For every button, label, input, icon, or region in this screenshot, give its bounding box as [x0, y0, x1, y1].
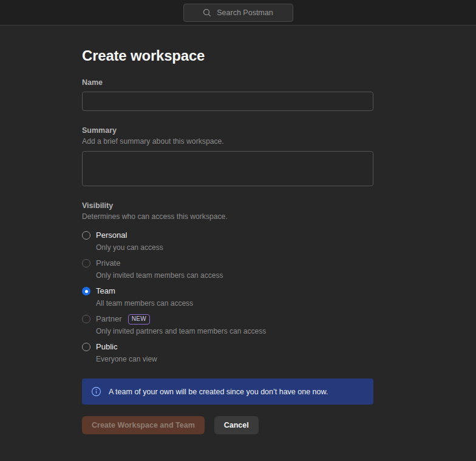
radio-public-icon[interactable] — [82, 343, 90, 351]
radio-option-public[interactable]: Public Everyone can view — [82, 342, 373, 364]
action-buttons: Create Workspace and Team Cancel — [82, 416, 373, 434]
top-bar: Search Postman — [0, 0, 476, 25]
radio-option-personal[interactable]: Personal Only you can access — [82, 230, 373, 252]
radio-team-label: Team — [96, 286, 193, 297]
summary-field-group: Summary Add a brief summary about this w… — [82, 126, 373, 186]
summary-label: Summary — [82, 126, 373, 135]
new-badge: NEW — [128, 314, 151, 325]
radio-option-team[interactable]: Team All team members can access — [82, 286, 373, 308]
info-banner-text: A team of your own will be created since… — [109, 388, 328, 396]
radio-public-label: Public — [96, 342, 157, 352]
summary-textarea[interactable] — [82, 151, 373, 186]
visibility-helper: Determines who can access this workspace… — [82, 212, 373, 221]
create-workspace-page: Create workspace Name Summary Add a brie… — [0, 25, 373, 434]
name-field-group: Name — [82, 78, 373, 111]
radio-partner-icon — [82, 315, 90, 323]
name-input[interactable] — [82, 92, 373, 111]
visibility-label: Visibility — [82, 201, 373, 210]
radio-personal-description: Only you can access — [96, 243, 163, 252]
summary-helper: Add a brief summary about this workspace… — [82, 136, 373, 146]
visibility-group: Visibility Determines who can access thi… — [82, 201, 373, 364]
radio-team-description: All team members can access — [96, 298, 193, 308]
radio-option-private: Private Only invited team members can ac… — [82, 258, 373, 280]
info-banner: A team of your own will be created since… — [82, 379, 373, 405]
radio-private-description: Only invited team members can access — [96, 271, 223, 280]
page-title: Create workspace — [82, 47, 373, 64]
name-label: Name — [82, 78, 373, 87]
radio-private-icon — [82, 259, 90, 268]
search-icon — [203, 8, 211, 17]
cancel-button[interactable]: Cancel — [214, 416, 259, 434]
radio-personal-label: Personal — [96, 230, 163, 241]
search-placeholder: Search Postman — [217, 8, 273, 17]
radio-personal-icon[interactable] — [82, 231, 90, 240]
radio-option-partner: Partner NEW Only invited partners and te… — [82, 314, 373, 336]
radio-partner-description: Only invited partners and team members c… — [96, 326, 266, 336]
info-icon — [91, 386, 101, 397]
radio-private-label: Private — [96, 258, 223, 269]
radio-team-icon-selected[interactable] — [82, 287, 90, 295]
create-workspace-and-team-button[interactable]: Create Workspace and Team — [82, 416, 205, 434]
radio-public-description: Everyone can view — [96, 354, 157, 364]
radio-partner-label: Partner — [96, 314, 122, 325]
visibility-options: Personal Only you can access Private Onl… — [82, 230, 373, 364]
search-input[interactable]: Search Postman — [183, 4, 293, 22]
